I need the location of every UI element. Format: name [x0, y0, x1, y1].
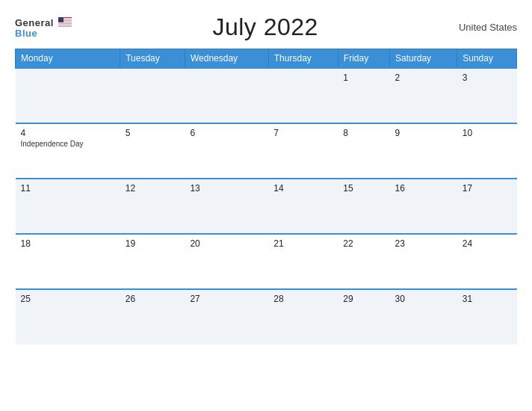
day-number: 14	[273, 183, 332, 194]
calendar-cell: 30	[390, 289, 457, 344]
day-number: 4	[21, 128, 115, 138]
calendar-cell: 6	[185, 123, 268, 179]
col-header-friday: Friday	[338, 49, 389, 69]
calendar-header-row: MondayTuesdayWednesdayThursdayFridaySatu…	[16, 49, 517, 69]
calendar-cell: 27	[185, 289, 268, 344]
logo-general: General	[15, 16, 72, 28]
calendar-cell: 2	[390, 68, 457, 123]
day-number: 7	[273, 128, 332, 138]
calendar-cell: 15	[338, 179, 389, 234]
calendar-cell	[185, 68, 268, 123]
calendar-cell: 9	[390, 123, 457, 179]
day-number: 24	[463, 238, 512, 249]
day-number: 30	[395, 294, 452, 304]
calendar-cell: 31	[457, 289, 517, 344]
day-number: 6	[190, 128, 263, 138]
month-title: July 2022	[212, 13, 318, 41]
calendar-cell: 4Independence Day	[16, 123, 120, 179]
calendar-cell: 8	[338, 123, 389, 179]
calendar-cell: 18	[16, 234, 120, 289]
day-number: 15	[343, 183, 384, 194]
calendar-cell	[16, 68, 120, 123]
day-number: 11	[21, 183, 115, 194]
calendar-cell: 12	[120, 179, 185, 234]
week-row-4: 18192021222324	[16, 234, 517, 289]
calendar-cell: 22	[338, 234, 389, 289]
col-header-wednesday: Wednesday	[185, 49, 268, 69]
calendar-cell: 26	[120, 289, 185, 344]
calendar-cell	[268, 68, 338, 123]
day-number: 29	[343, 294, 384, 304]
day-number: 8	[343, 128, 384, 138]
event-label: Independence Day	[21, 140, 115, 148]
calendar-cell: 21	[268, 234, 338, 289]
col-header-sunday: Sunday	[457, 49, 517, 69]
day-number: 5	[126, 128, 180, 138]
week-row-5: 25262728293031	[16, 289, 517, 344]
day-number: 26	[126, 294, 180, 304]
col-header-saturday: Saturday	[390, 49, 457, 69]
day-number: 3	[463, 72, 512, 83]
day-number: 18	[21, 238, 115, 249]
week-row-2: 4Independence Day5678910	[16, 123, 517, 179]
logo-blue: Blue	[15, 28, 72, 38]
day-number: 16	[395, 183, 452, 194]
day-number: 2	[395, 72, 452, 83]
calendar-cell: 11	[16, 179, 120, 234]
calendar-cell: 28	[268, 289, 338, 344]
day-number: 1	[343, 72, 384, 83]
day-number: 17	[463, 183, 512, 194]
svg-rect-4	[58, 22, 72, 24]
day-number: 10	[463, 128, 512, 138]
country-label: United States	[459, 22, 517, 33]
calendar-page: General Blue July 2022 United	[0, 0, 532, 411]
calendar-cell: 14	[268, 179, 338, 234]
calendar-cell: 25	[16, 289, 120, 344]
flag-icon	[58, 17, 72, 27]
day-number: 13	[190, 183, 263, 194]
svg-rect-7	[58, 17, 64, 22]
day-number: 20	[190, 238, 263, 249]
calendar-cell: 10	[457, 123, 517, 179]
col-header-thursday: Thursday	[268, 49, 338, 69]
week-row-1: 123	[16, 68, 517, 123]
day-number: 19	[126, 238, 180, 249]
day-number: 12	[126, 183, 180, 194]
day-number: 25	[21, 294, 115, 304]
svg-rect-5	[58, 24, 72, 25]
calendar-cell: 5	[120, 123, 185, 179]
calendar-cell: 17	[457, 179, 517, 234]
day-number: 31	[463, 294, 512, 304]
calendar-cell	[120, 68, 185, 123]
calendar-cell: 3	[457, 68, 517, 123]
calendar-cell: 16	[390, 179, 457, 234]
calendar-cell: 7	[268, 123, 338, 179]
day-number: 22	[343, 238, 384, 249]
calendar-cell: 23	[390, 234, 457, 289]
calendar-cell: 29	[338, 289, 389, 344]
calendar-table: MondayTuesdayWednesdayThursdayFridaySatu…	[15, 49, 517, 344]
col-header-tuesday: Tuesday	[120, 49, 185, 69]
calendar-cell: 19	[120, 234, 185, 289]
week-row-3: 11121314151617	[16, 179, 517, 234]
svg-rect-6	[58, 25, 72, 27]
day-number: 9	[395, 128, 452, 138]
calendar-cell: 1	[338, 68, 389, 123]
calendar-cell: 13	[185, 179, 268, 234]
day-number: 23	[395, 238, 452, 249]
day-number: 27	[190, 294, 263, 304]
day-number: 28	[273, 294, 332, 304]
calendar-cell: 20	[185, 234, 268, 289]
header: General Blue July 2022 United	[15, 13, 517, 41]
col-header-monday: Monday	[16, 49, 120, 69]
day-number: 21	[273, 238, 332, 249]
logo: General Blue	[15, 16, 72, 38]
calendar-cell: 24	[457, 234, 517, 289]
